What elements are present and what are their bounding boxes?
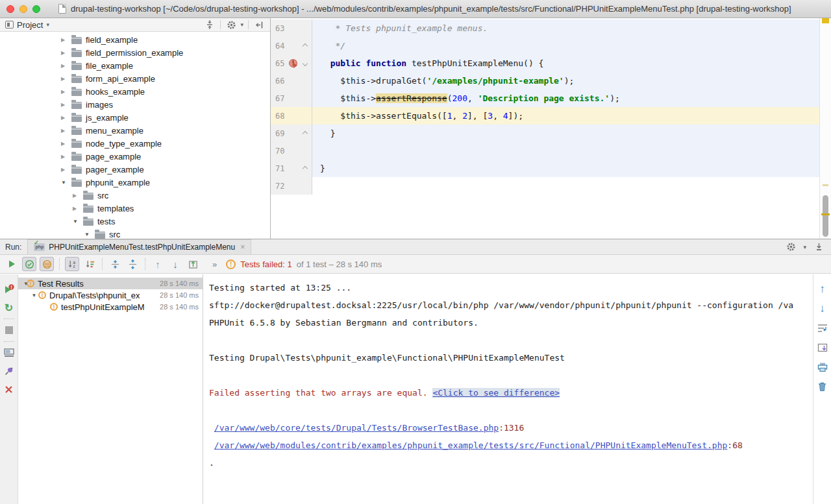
fullscreen-window-button[interactable] <box>32 5 40 13</box>
project-panel-title[interactable]: Project <box>17 20 43 30</box>
pin-tab-button[interactable] <box>0 362 18 380</box>
tree-item-menu-example[interactable]: ▶menu_example <box>0 124 270 137</box>
close-tab-icon[interactable]: × <box>240 243 245 252</box>
tree-item-tests-src[interactable]: ▼src <box>0 228 270 239</box>
collapse-all-icon[interactable] <box>204 19 216 30</box>
tree-item-phpunit-example[interactable]: ▼phpunit_example <box>0 176 270 189</box>
chevron-expanded-icon[interactable]: ▼ <box>18 281 27 287</box>
previous-failed-test-button[interactable]: ↑ <box>151 257 165 271</box>
tree-item-templates[interactable]: ▶templates <box>0 202 270 215</box>
test-method-row[interactable]: ! testPhpUnitExampleM 28 s 140 ms <box>18 301 203 313</box>
tree-item-field-example[interactable]: ▶field_example <box>0 33 270 46</box>
soft-wrap-button[interactable] <box>813 318 831 338</box>
tree-item-page-example[interactable]: ▶page_example <box>0 150 270 163</box>
chevron-right-icon[interactable]: ▶ <box>61 63 70 69</box>
restore-layout-button[interactable] <box>0 344 18 362</box>
chevron-expanded-icon[interactable]: ▼ <box>61 180 70 186</box>
fold-end-icon[interactable] <box>303 165 308 171</box>
code-editor[interactable]: 63 * Tests phpunit_example menus. 64 */ … <box>271 18 831 239</box>
sort-alphabetically-toggle[interactable]: az <box>65 257 79 271</box>
console-link[interactable]: /var/www/web/core/tests/Drupal/Tests/Bro… <box>214 423 499 433</box>
warning-stripe-tick[interactable] <box>823 184 828 186</box>
fold-start-icon[interactable] <box>303 60 308 66</box>
tree-item-src[interactable]: ▶src <box>0 189 270 202</box>
export-test-results-button[interactable] <box>186 257 200 271</box>
stop-button[interactable] <box>0 321 18 339</box>
text-token: , <box>493 111 503 121</box>
down-stacktrace-button[interactable]: ↓ <box>813 299 831 318</box>
console-link[interactable]: <Click to see difference> <box>432 388 560 398</box>
tree-item-node-type-example[interactable]: ▶node_type_example <box>0 137 270 150</box>
text-token <box>209 440 214 450</box>
show-passed-toggle[interactable] <box>22 257 36 271</box>
chevron-expanded-icon[interactable]: ▼ <box>30 293 38 298</box>
editor-scrollbar-thumb[interactable] <box>823 195 828 237</box>
chevron-expanded-icon[interactable]: ▼ <box>84 232 93 237</box>
minimize-window-button[interactable] <box>19 5 27 13</box>
warning-stripe-mark[interactable] <box>822 18 829 23</box>
more-toolbar-chevrons-icon[interactable]: » <box>212 259 217 269</box>
chevron-right-icon[interactable]: ▶ <box>61 89 70 95</box>
chevron-right-icon[interactable]: ▶ <box>73 206 82 211</box>
text-token: 200 <box>453 93 467 103</box>
code-line-66: 66 $this->drupalGet('/examples/phpunit-e… <box>271 72 819 90</box>
fold-end-icon[interactable] <box>303 130 308 136</box>
gear-dropdown-chevron-icon[interactable]: ▾ <box>803 244 806 250</box>
tree-item-hooks-example[interactable]: ▶hooks_example <box>0 85 270 98</box>
print-button[interactable] <box>813 357 831 377</box>
test-class-row[interactable]: ▼ ! Drupal\Tests\phpunit_ex 28 s 140 ms <box>18 289 203 301</box>
console-output[interactable]: Testing started at 13:25 ... sftp://dock… <box>203 274 813 504</box>
tree-item-form-api-example[interactable]: ▶form_api_example <box>0 72 270 85</box>
console-right-toolbar: ↑ ↓ <box>813 274 831 504</box>
hide-panel-icon[interactable] <box>253 19 265 30</box>
rerun-test-button[interactable]: ↻ <box>0 298 18 317</box>
close-window-button[interactable] <box>6 5 14 13</box>
tree-item-field-permission-example[interactable]: ▶field_permission_example <box>0 46 270 59</box>
tests-failed-count: Tests failed: 1 <box>240 259 292 269</box>
close-run-panel-button[interactable] <box>0 380 18 398</box>
run-settings-gear-icon[interactable] <box>785 242 797 252</box>
scroll-to-end-button[interactable] <box>813 338 831 357</box>
tree-item-file-example[interactable]: ▶file_example <box>0 59 270 72</box>
console-line <box>209 402 813 419</box>
collapse-all-button[interactable] <box>125 257 140 271</box>
test-node-label: testPhpUnitExampleM <box>61 302 145 312</box>
settings-gear-icon[interactable] <box>225 19 237 30</box>
next-failed-test-button[interactable]: ↓ <box>168 257 182 271</box>
chevron-expanded-icon[interactable]: ▼ <box>73 219 82 224</box>
chevron-right-icon[interactable]: ▶ <box>61 167 70 173</box>
chevron-right-icon[interactable]: ▶ <box>61 37 70 43</box>
sort-by-duration-button[interactable] <box>82 257 97 271</box>
rerun-failed-tests-button[interactable] <box>0 280 18 298</box>
text-token: ); <box>564 76 575 86</box>
text-token: 4 <box>503 111 508 121</box>
test-results-root-row[interactable]: ▼ ! Test Results 28 s 140 ms <box>18 278 203 289</box>
chevron-right-icon[interactable]: ▶ <box>61 128 70 134</box>
show-ignored-toggle[interactable] <box>40 257 54 271</box>
line-number: 70 <box>271 147 288 156</box>
clear-console-button[interactable] <box>813 377 831 396</box>
error-stripe[interactable] <box>819 18 831 239</box>
failed-test-gutter-icon[interactable]: ! <box>289 59 297 67</box>
fold-end-icon[interactable] <box>303 43 308 48</box>
chevron-right-icon[interactable]: ▶ <box>61 115 70 121</box>
tree-item-tests[interactable]: ▼tests <box>0 215 270 228</box>
expand-all-button[interactable] <box>108 257 122 271</box>
chevron-right-icon[interactable]: ▶ <box>61 102 70 108</box>
hide-run-panel-icon[interactable] <box>813 242 825 252</box>
chevron-down-icon[interactable]: ▾ <box>46 21 49 28</box>
tree-item-pager-example[interactable]: ▶pager_example <box>0 163 270 176</box>
chevron-right-icon[interactable]: ▶ <box>61 50 70 56</box>
chevron-right-icon[interactable]: ▶ <box>61 154 70 160</box>
run-tab[interactable]: php✓ PHPUnitExampleMenuTest.testPhpUnitE… <box>27 239 251 254</box>
text-token: testPhpUnitExampleMenu() { <box>406 58 543 68</box>
chevron-right-icon[interactable]: ▶ <box>73 193 82 198</box>
up-stacktrace-button[interactable]: ↑ <box>813 280 831 299</box>
chevron-right-icon[interactable]: ▶ <box>61 141 70 147</box>
console-link[interactable]: /var/www/web/modules/contrib/examples/ph… <box>214 440 728 450</box>
tree-item-js-example[interactable]: ▶js_example <box>0 111 270 124</box>
run-play-button[interactable] <box>5 257 19 271</box>
tree-item-images[interactable]: ▶images <box>0 98 270 111</box>
gear-dropdown-chevron-icon[interactable]: ▾ <box>240 21 243 28</box>
chevron-right-icon[interactable]: ▶ <box>61 76 70 82</box>
